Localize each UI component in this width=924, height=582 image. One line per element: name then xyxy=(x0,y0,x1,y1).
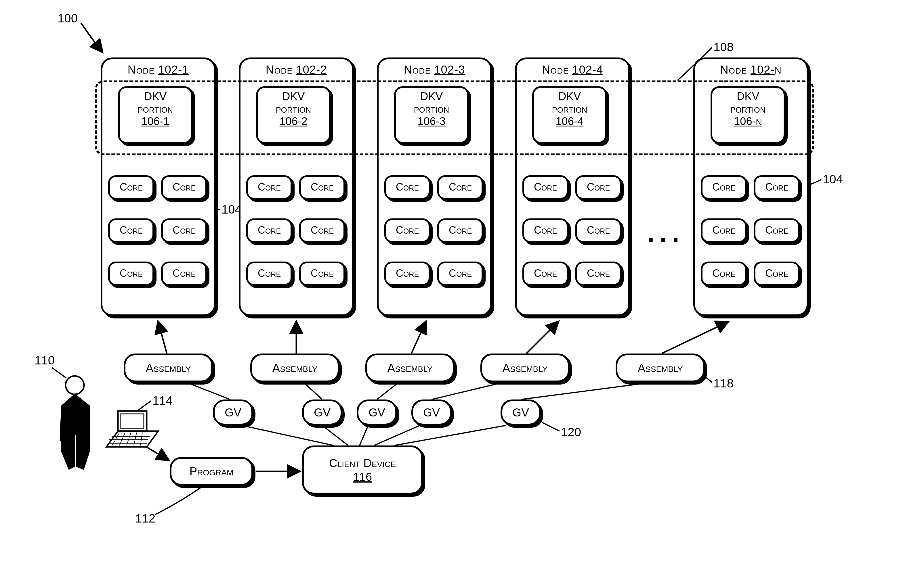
core: Core xyxy=(701,175,747,199)
svg-point-17 xyxy=(66,376,84,394)
node-4-title: Node 102-4 xyxy=(516,63,628,76)
svg-line-6 xyxy=(305,384,322,400)
svg-line-3 xyxy=(526,322,558,353)
dkv-1-line1: DKV xyxy=(120,90,191,103)
core: Core xyxy=(384,175,431,199)
core: Core xyxy=(754,261,800,286)
node-3-title: Node 102-3 xyxy=(379,63,490,76)
dkv-n-line1: DKV xyxy=(712,90,784,103)
core: Core xyxy=(161,261,207,286)
node-n-title: Node 102-N xyxy=(695,63,807,76)
gv-2: GV xyxy=(302,400,342,425)
svg-line-24 xyxy=(134,432,137,446)
ellipsis: ... xyxy=(647,219,685,248)
node-2-title: Node 102-2 xyxy=(241,63,352,76)
core: Core xyxy=(575,261,621,286)
svg-line-21 xyxy=(112,432,119,446)
core: Core xyxy=(437,219,483,243)
core: Core xyxy=(299,219,345,243)
ref-112: 112 xyxy=(135,511,155,525)
client-device: Client Device 116 xyxy=(302,446,423,494)
client-device-num: 116 xyxy=(353,470,372,484)
core: Core xyxy=(108,219,154,243)
core: Core xyxy=(299,175,345,199)
core: Core xyxy=(246,261,292,286)
dkv-4-line1: DKV xyxy=(534,90,605,103)
ref-104-right: 104 xyxy=(823,173,843,186)
dkv-3-line2: portion xyxy=(396,103,467,115)
core: Core xyxy=(161,175,207,199)
assembly-4: Assembly xyxy=(480,353,569,382)
core: Core xyxy=(522,175,568,199)
core: Core xyxy=(246,175,292,199)
core: Core xyxy=(701,261,747,286)
core: Core xyxy=(522,261,568,286)
dkv-portion-4: DKV portion 106-4 xyxy=(532,86,607,144)
core: Core xyxy=(108,175,154,199)
gv-1: GV xyxy=(213,400,253,425)
core: Core xyxy=(299,261,345,286)
dkv-2-num: 106-2 xyxy=(258,115,329,128)
dkv-portion-1: DKV portion 106-1 xyxy=(118,86,193,144)
svg-line-2 xyxy=(411,322,426,353)
dkv-n-line2: portion xyxy=(712,103,784,115)
svg-line-12 xyxy=(360,425,368,446)
core: Core xyxy=(437,261,483,286)
core: Core xyxy=(384,219,431,243)
ref-110: 110 xyxy=(35,353,54,367)
dkv-4-num: 106-4 xyxy=(534,115,605,128)
dkv-2-line1: DKV xyxy=(258,90,329,103)
node-1-title: Node 102-1 xyxy=(102,63,214,76)
core: Core xyxy=(575,175,621,199)
svg-line-7 xyxy=(377,384,397,400)
architecture-diagram: 100 Node 102-1 Node 102-2 Node 102-3 Nod… xyxy=(52,23,886,569)
core: Core xyxy=(246,219,292,243)
svg-line-22 xyxy=(119,432,125,446)
core: Core xyxy=(522,219,568,243)
ref-118: 118 xyxy=(713,376,734,390)
ref-114: 114 xyxy=(152,394,173,408)
gv-4: GV xyxy=(411,400,452,425)
client-device-label: Client Device xyxy=(329,456,396,470)
svg-line-25 xyxy=(140,432,142,446)
core: Core xyxy=(701,219,747,243)
svg-line-23 xyxy=(127,432,131,446)
ref-120: 120 xyxy=(561,425,581,439)
dkv-4-line2: portion xyxy=(534,103,605,115)
assembly-n: Assembly xyxy=(615,353,705,382)
assembly-1: Assembly xyxy=(124,353,213,382)
dkv-portion-n: DKV portion 106-N xyxy=(711,86,785,144)
core: Core xyxy=(754,175,800,199)
person-icon xyxy=(60,376,89,469)
core: Core xyxy=(575,219,621,243)
svg-line-0 xyxy=(158,322,167,353)
svg-line-4 xyxy=(662,322,728,353)
program: Program xyxy=(170,457,253,486)
gv-n: GV xyxy=(500,400,541,425)
gv-3: GV xyxy=(357,400,397,425)
dkv-3-line1: DKV xyxy=(396,90,467,103)
core: Core xyxy=(754,219,800,243)
laptop-icon xyxy=(106,411,158,447)
core: Core xyxy=(108,261,154,286)
dkv-3-num: 106-3 xyxy=(396,115,467,128)
ref-100: 100 xyxy=(58,12,78,25)
svg-line-10 xyxy=(242,425,334,446)
core: Core xyxy=(384,261,431,286)
dkv-n-num: 106-N xyxy=(712,115,784,128)
core: Core xyxy=(437,175,483,199)
core: Core xyxy=(161,219,207,243)
dkv-2-line2: portion xyxy=(258,103,329,115)
assembly-3: Assembly xyxy=(365,353,455,382)
dkv-portion-2: DKV portion 106-2 xyxy=(256,86,331,144)
svg-line-16 xyxy=(144,446,168,460)
dkv-1-num: 106-1 xyxy=(120,115,191,128)
svg-line-13 xyxy=(374,425,420,446)
dkv-portion-3: DKV portion 106-3 xyxy=(394,86,469,144)
svg-line-5 xyxy=(190,384,230,400)
svg-line-9 xyxy=(521,384,642,400)
ref-108: 108 xyxy=(713,40,734,54)
dkv-1-line2: portion xyxy=(120,103,191,115)
svg-line-14 xyxy=(394,425,506,446)
svg-line-8 xyxy=(432,384,498,400)
